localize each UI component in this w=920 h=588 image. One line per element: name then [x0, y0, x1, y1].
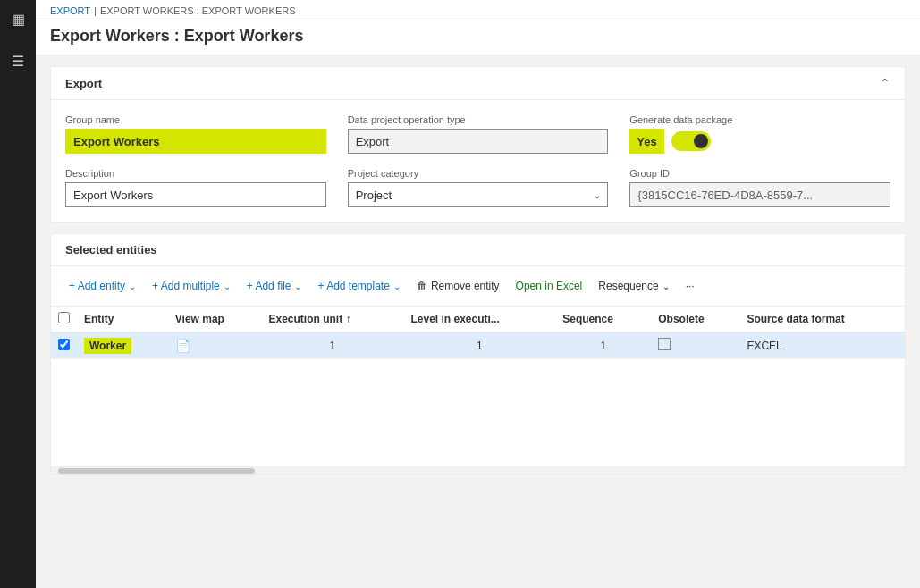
horizontal-scrollbar[interactable]	[58, 468, 255, 474]
project-category-wrapper: Project ⌄	[348, 182, 609, 207]
resequence-chevron-icon: ⌄	[663, 281, 670, 291]
col-check	[51, 307, 77, 332]
content-area: Export ⌃ Group name Data project operati…	[36, 55, 920, 588]
row-checkbox-cell	[51, 332, 77, 359]
trash-icon: 🗑	[417, 280, 427, 292]
source-data-format-cell: EXCEL	[739, 332, 905, 359]
obsolete-checkbox[interactable]	[658, 338, 671, 350]
entities-table-container: Entity View map Execution unit ↑ Level i…	[51, 307, 905, 359]
description-input[interactable]	[65, 182, 326, 207]
export-card-header: Export ⌃	[51, 67, 905, 100]
scrollbar-area	[51, 466, 905, 474]
export-form-grid: Group name Data project operation type G…	[65, 114, 890, 207]
add-file-label: + Add file	[247, 280, 291, 292]
more-options-button[interactable]: ···	[679, 273, 702, 298]
remove-entity-label: Remove entity	[431, 280, 500, 292]
add-template-button[interactable]: + Add template ⌄	[310, 273, 407, 298]
entity-cell: Worker	[77, 332, 168, 359]
description-label: Description	[65, 168, 326, 179]
select-all-checkbox[interactable]	[58, 312, 70, 323]
group-name-label: Group name	[65, 114, 326, 125]
page-title: Export Workers : Export Workers	[50, 27, 906, 46]
selected-entities-card: Selected entities + Add entity ⌄ + Add m…	[50, 233, 906, 475]
add-file-button[interactable]: + Add file ⌄	[240, 273, 309, 298]
generate-data-package-field: Generate data package Yes	[629, 114, 890, 154]
col-entity: Entity	[77, 307, 168, 332]
col-source-data-format: Source data format	[739, 307, 905, 332]
col-view-map: View map	[168, 307, 262, 332]
add-multiple-button[interactable]: + Add multiple ⌄	[145, 273, 238, 298]
export-collapse-btn[interactable]: ⌃	[880, 76, 890, 90]
group-id-field: Group ID	[629, 168, 890, 207]
view-map-cell[interactable]: 📄	[168, 332, 262, 359]
obsolete-cell	[651, 332, 739, 359]
open-excel-label: Open in Excel	[516, 280, 583, 292]
add-template-chevron-icon: ⌄	[393, 281, 401, 291]
group-id-label: Group ID	[629, 168, 890, 179]
table-row[interactable]: Worker 📄 1 1 1 EXCEL	[51, 332, 905, 359]
toggle-container: Yes	[629, 129, 890, 154]
description-field: Description	[65, 168, 326, 207]
operation-type-field: Data project operation type	[348, 114, 609, 154]
entities-section-title: Selected entities	[65, 243, 157, 256]
remove-entity-button[interactable]: 🗑 Remove entity	[409, 273, 507, 298]
open-excel-button[interactable]: Open in Excel	[509, 273, 590, 298]
entities-toolbar: + Add entity ⌄ + Add multiple ⌄ + Add fi…	[51, 266, 905, 307]
generate-data-package-label: Generate data package	[629, 114, 890, 125]
breadcrumb-current: EXPORT WORKERS : EXPORT WORKERS	[100, 5, 296, 16]
add-multiple-chevron-icon: ⌄	[224, 281, 231, 291]
view-map-icon[interactable]: 📄	[175, 339, 190, 353]
breadcrumb-export-link[interactable]: EXPORT	[50, 5, 90, 16]
group-name-field: Group name	[65, 114, 326, 154]
add-multiple-label: + Add multiple	[152, 280, 220, 292]
breadcrumb-sep: |	[94, 5, 97, 16]
table-header-row: Entity View map Execution unit ↑ Level i…	[51, 307, 905, 332]
row-checkbox[interactable]	[58, 339, 70, 350]
add-entity-label: + Add entity	[69, 280, 125, 292]
add-entity-button[interactable]: + Add entity ⌄	[62, 273, 143, 298]
add-entity-chevron-icon: ⌄	[129, 281, 136, 291]
filter-icon[interactable]: ▦	[8, 7, 29, 31]
sequence-cell: 1	[555, 332, 651, 359]
add-file-chevron-icon: ⌄	[294, 281, 301, 291]
add-template-label: + Add template	[317, 280, 389, 292]
page-title-bar: Export Workers : Export Workers	[36, 21, 920, 55]
group-id-input[interactable]	[629, 182, 890, 207]
col-sequence: Sequence	[555, 307, 651, 332]
empty-rows-area	[51, 359, 905, 466]
menu-icon[interactable]: ☰	[8, 49, 28, 73]
project-category-field: Project category Project ⌄	[348, 168, 609, 207]
group-name-input[interactable]	[65, 129, 326, 154]
operation-type-label: Data project operation type	[348, 114, 609, 125]
export-card-body: Group name Data project operation type G…	[51, 100, 905, 222]
resequence-label: Resequence	[598, 280, 658, 292]
col-obsolete: Obsolete	[651, 307, 739, 332]
breadcrumb: EXPORT | EXPORT WORKERS : EXPORT WORKERS	[36, 0, 920, 21]
project-category-label: Project category	[348, 168, 609, 179]
col-execution-unit: Execution unit ↑	[261, 307, 403, 332]
col-level-in-execution: Level in executi...	[403, 307, 555, 332]
toggle-yes-label: Yes	[629, 129, 663, 154]
toggle-knob	[694, 134, 708, 148]
entities-table: Entity View map Execution unit ↑ Level i…	[51, 307, 905, 359]
execution-unit-cell: 1	[261, 332, 403, 359]
export-section-title: Export	[65, 77, 102, 90]
main-area: EXPORT | EXPORT WORKERS : EXPORT WORKERS…	[36, 0, 920, 588]
operation-type-input[interactable]	[348, 129, 609, 154]
entity-name-badge: Worker	[84, 338, 131, 354]
resequence-button[interactable]: Resequence ⌄	[591, 273, 676, 298]
project-category-select[interactable]: Project	[348, 182, 609, 207]
export-card: Export ⌃ Group name Data project operati…	[50, 66, 906, 223]
sidebar: ▦ ☰	[0, 0, 36, 588]
entities-card-header: Selected entities	[51, 234, 905, 266]
level-in-execution-cell: 1	[403, 332, 555, 359]
more-options-label: ···	[686, 280, 695, 292]
toggle-switch[interactable]	[671, 131, 711, 151]
